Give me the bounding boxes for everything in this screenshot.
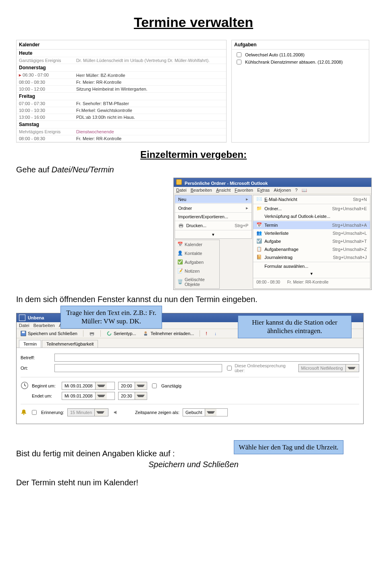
task-checkbox[interactable] xyxy=(237,52,241,57)
sound-button[interactable] xyxy=(112,409,121,416)
outlook-icon xyxy=(176,179,182,185)
menu-datei[interactable]: Datei xyxy=(176,188,187,193)
menu-aktionen[interactable]: Aktionen xyxy=(274,188,291,193)
event-row[interactable]: 08:00 - 08:30Fr. Meier: RR-Kontrolle xyxy=(17,79,226,86)
submenu-verteilerliste[interactable]: 👥VerteilerlisteStrg+Umschalt+L xyxy=(253,229,370,237)
submenu-ordner[interactable]: 📁Ordner...Strg+Umschalt+E xyxy=(253,205,370,213)
nav-kalender[interactable]: 📅Kalender xyxy=(175,240,219,249)
svg-rect-2 xyxy=(180,226,183,228)
online-checkbox[interactable] xyxy=(227,366,232,371)
task-row[interactable]: Oelwechsel Auto (11.01.2008) xyxy=(235,51,366,58)
svg-rect-8 xyxy=(144,334,147,335)
chevron-down-icon[interactable] xyxy=(95,392,107,400)
tasks-icon: ✅ xyxy=(177,259,183,265)
task-row[interactable]: Kühlschrank Dienstzimmer abtauen. (12.01… xyxy=(235,58,366,66)
ganztag-checkbox[interactable] xyxy=(152,383,157,388)
datei-dropdown: Neu▸ Ordner▸ Importieren/Exportieren... … xyxy=(175,195,252,239)
teilnehmer-button[interactable]: Teilnehmer einladen... xyxy=(142,330,196,337)
menu-favoriten[interactable]: Favoriten xyxy=(235,188,253,193)
online-label: Diese Onlinebesprechung über: xyxy=(235,363,297,373)
event-row[interactable]: 10:00 - 10:30Fr.Merkel: Gewichtskontroll… xyxy=(17,107,226,114)
save-close-button[interactable]: Speichern und Schließen xyxy=(19,330,79,337)
importance-high-button[interactable]: ! xyxy=(204,331,209,336)
importance-low-button[interactable]: ↓ xyxy=(213,331,218,336)
submenu-aufgabenanfrage[interactable]: 📋AufgabenanfrageStrg+Umschalt+Z xyxy=(253,245,370,253)
betreff-input[interactable] xyxy=(54,354,359,362)
event-row[interactable]: Ganztägiges Ereignis Dr. Müller-Lüdensch… xyxy=(17,57,226,64)
submenu-formular[interactable]: Formular auswählen... xyxy=(253,263,370,270)
appointment-icon: 📅 xyxy=(256,222,262,228)
event-row[interactable]: 07:00 - 07:30Fr. Seehofer: BTM-Pflaster xyxy=(17,100,226,107)
endet-date-select[interactable]: Mi 09.01.2008 xyxy=(62,392,115,400)
nav-aufgaben[interactable]: ✅Aufgaben xyxy=(175,258,219,267)
event-text: Herr Müller: BZ-Kontrolle xyxy=(74,72,226,79)
caption-goto: Gehe auf Datei/Neu/Termin xyxy=(16,164,371,175)
tab-termin[interactable]: Termin xyxy=(19,340,41,348)
menu-ansicht[interactable]: Ansicht xyxy=(216,188,231,193)
erinnerung-checkbox[interactable] xyxy=(32,410,37,415)
event-row[interactable]: ▸ 06:30 - 07:00 Herr Müller: BZ-Kontroll… xyxy=(17,72,226,79)
menu-neu[interactable]: Neu▸ xyxy=(175,195,252,203)
callout-zeit: Wähle hier den Tag und die Uhrzeit. xyxy=(234,440,343,454)
zeitspanne-select[interactable]: Gebucht xyxy=(183,408,228,416)
ort-input[interactable] xyxy=(54,364,222,372)
print-button[interactable] xyxy=(87,330,96,337)
nav-geloeschte[interactable]: 🗑️Gelöschte Objekte xyxy=(175,275,219,288)
event-time: 06:30 - 07:00 xyxy=(23,72,49,77)
endet-time-select[interactable]: 20:30 xyxy=(118,392,147,400)
beginnt-date-select[interactable]: Mi 09.01.2008 xyxy=(62,382,115,390)
outlook-nav: 📅Kalender 👤Kontakte ✅Aufgaben 📝Notizen 🗑… xyxy=(175,240,220,289)
chevron-down-icon[interactable] xyxy=(95,382,107,389)
chevron-down-icon[interactable] xyxy=(205,409,216,416)
event-time: 10:00 - 10:30 xyxy=(17,107,74,114)
ort-label: Ort: xyxy=(21,366,51,371)
event-text: Sitzung Heimbeirat im Wintergarten. xyxy=(74,86,226,93)
print-icon xyxy=(178,223,184,228)
submenu-aufgabe[interactable]: ☑️AufgabeStrg+Umschalt+T xyxy=(253,237,370,245)
nav-notizen[interactable]: 📝Notizen xyxy=(175,267,219,275)
endet-label: Endet um: xyxy=(32,393,58,398)
menu-drucken[interactable]: Drucken...Strg+P xyxy=(175,222,252,230)
event-row[interactable]: Mehrtägiges EreignisDienstwochenende xyxy=(17,128,226,135)
submenu-journal[interactable]: 📔JournaleintragStrg+Umschalt+J xyxy=(253,253,370,261)
dashboard: Kalender Heute Ganztägiges Ereignis Dr. … xyxy=(16,40,371,143)
menu-extras[interactable]: Extras xyxy=(257,188,270,193)
event-text: Fr. Seehofer: BTM-Pflaster xyxy=(74,100,226,107)
menu-import[interactable]: Importieren/Exportieren... xyxy=(175,213,252,220)
day-samstag: Samstag xyxy=(17,121,226,128)
svg-point-10 xyxy=(23,414,25,415)
svg-rect-1 xyxy=(180,224,183,225)
beginnt-time-select[interactable]: 20:00 xyxy=(118,382,147,390)
event-time: Mehrtägiges Ereignis xyxy=(17,128,74,135)
event-time: 08:00 - 08:30 xyxy=(17,135,74,142)
serientyp-button[interactable]: Serientyp... xyxy=(105,330,138,337)
page-title: Termine verwalten xyxy=(16,14,371,30)
menu-expand[interactable]: ▾ xyxy=(175,231,252,238)
task-checkbox[interactable] xyxy=(237,60,241,64)
menu-help[interactable]: ? xyxy=(295,188,298,193)
nav-kontakte[interactable]: 👤Kontakte xyxy=(175,249,219,258)
submenu-email[interactable]: ✉️E-Mail-NachrichtStrg+N xyxy=(253,195,370,203)
submenu-verknuepfung[interactable]: Verknüpfung auf Outlook-Leiste... xyxy=(253,213,370,220)
appt-menu-bearbeiten[interactable]: Bearbeiten xyxy=(33,323,55,328)
event-row[interactable]: 13:00 - 16:00PDL:ab 13:00h nicht im Haus… xyxy=(17,114,226,121)
event-row[interactable]: 08:00 - 08:30Fr. Meier: RR-Kontrolle xyxy=(17,135,226,142)
menu-ordner[interactable]: Ordner▸ xyxy=(175,204,252,212)
menu-bearbeiten[interactable]: Bearbeiten xyxy=(191,188,212,193)
chevron-down-icon[interactable] xyxy=(135,382,146,389)
ganztag-label: Ganztägig xyxy=(161,383,181,388)
taskreq-icon: 📋 xyxy=(256,246,262,252)
submenu-termin[interactable]: 📅TerminStrg+Umschalt+A xyxy=(253,221,370,229)
menu-help-icon[interactable]: 📖 xyxy=(302,188,307,193)
calendar-icon: 📅 xyxy=(177,242,183,247)
section-heading: Einzeltermin vergeben: xyxy=(16,149,371,160)
tab-verfuegbarkeit[interactable]: Teilnehmerverfügbarkeit xyxy=(42,340,98,348)
appt-menu-datei[interactable]: Datei xyxy=(19,323,29,328)
event-text: Fr. Meier: RR-Kontrolle xyxy=(74,79,226,86)
caption-open-window: In dem sich öffnenden Fenster kannst du … xyxy=(16,294,371,305)
submenu-expand[interactable]: ▾ xyxy=(253,270,370,277)
chevron-down-icon[interactable] xyxy=(135,392,146,400)
day-freitag: Freitag xyxy=(17,93,226,100)
day-donnerstag: Donnerstag xyxy=(17,64,226,72)
event-row[interactable]: 10:00 - 12:00Sitzung Heimbeirat im Winte… xyxy=(17,86,226,93)
